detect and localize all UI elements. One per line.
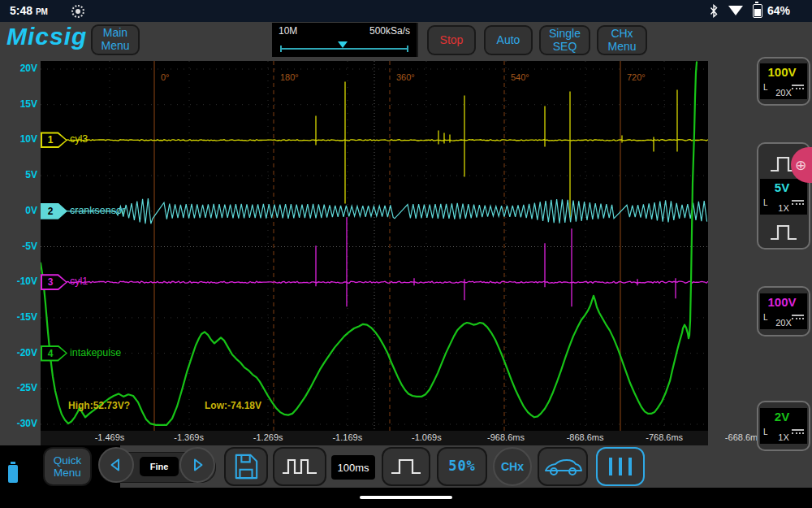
dc-coupling-icon	[792, 85, 804, 89]
measurement-annotation: Low:-74.18V	[205, 400, 261, 411]
timebase-decrease-button[interactable]	[273, 447, 326, 486]
channel-3-name: cyl1	[70, 276, 88, 287]
double-pulse-icon	[279, 454, 320, 479]
degree-label: 540°	[511, 72, 529, 82]
channel-4-name: intakepulse	[70, 347, 121, 358]
main-menu-button[interactable]: Main Menu	[91, 24, 140, 55]
bluetooth-icon	[709, 4, 719, 18]
home-indicator[interactable]	[360, 496, 452, 499]
waveform-canvas[interactable]	[41, 61, 708, 431]
time-tick-label: -968.6ms	[469, 432, 542, 442]
channel-number: 4	[41, 345, 60, 362]
left-arrow-icon	[108, 457, 124, 473]
channel1-panel[interactable]: 100V L 20X	[757, 57, 810, 106]
channel4-panel[interactable]: 2V L 1X	[757, 401, 810, 451]
measurement-annotation: High:52.73V?	[68, 400, 130, 411]
time-tick-label: -1.269s	[231, 432, 304, 442]
stop-button[interactable]: Stop	[427, 25, 476, 55]
time-tick-label: -1.169s	[311, 432, 384, 442]
three-bars-icon	[603, 454, 638, 479]
voltage-tick-label: -25V	[0, 382, 37, 393]
dc-coupling-icon	[792, 200, 804, 205]
single-pulse-icon	[388, 454, 424, 479]
waveform-display[interactable]: 0°180°360°540°720° High:52.73V?Low:-74.1…	[41, 61, 708, 431]
ch1-scale: 100V	[760, 65, 804, 79]
time-tick-label: -1.369s	[153, 432, 226, 442]
fine-mode-indicator: Fine	[140, 457, 179, 476]
dc-coupling-icon	[792, 315, 804, 319]
voltage-tick-label: -30V	[0, 418, 37, 429]
chx-menu-button[interactable]: CHx Menu	[597, 25, 647, 55]
dc-coupling-icon	[792, 429, 804, 434]
android-status-bar: 5:48 PM 64%	[0, 0, 812, 22]
trigger-position-button[interactable]: 50%	[437, 447, 487, 486]
voltage-tick-label: 15V	[0, 98, 37, 110]
time-tick-label: -1.469s	[73, 432, 146, 442]
display-split-button[interactable]	[596, 447, 645, 486]
voltage-tick-label: -5V	[0, 241, 37, 252]
timebase-increase-button[interactable]	[382, 447, 430, 486]
channel-2-name: cranksensor	[70, 205, 125, 216]
ch4-scale: 2V	[760, 410, 804, 423]
degree-label: 720°	[627, 72, 646, 82]
sample-rate-value: 500kSa/s	[369, 25, 410, 37]
channel-number: 2	[41, 203, 60, 219]
time-tick-label: -868.6ms	[549, 432, 622, 442]
voltage-tick-label: 20V	[0, 63, 37, 74]
automotive-mode-button[interactable]	[538, 447, 588, 486]
voltage-tick-label: -20V	[0, 347, 37, 358]
voltage-tick-label: 0V	[0, 205, 37, 216]
voltage-tick-label: 10V	[0, 133, 37, 145]
pulse-down-icon[interactable]	[767, 220, 800, 243]
decrement-button[interactable]	[98, 447, 134, 483]
slider-track[interactable]	[280, 48, 408, 50]
car-icon	[542, 455, 584, 478]
voltage-tick-label: -15V	[0, 311, 37, 323]
increment-button[interactable]	[179, 447, 215, 483]
scope-battery-icon	[8, 465, 18, 483]
channel3-panel[interactable]: 100V L 20X	[757, 286, 810, 336]
oscilloscope-app: 5:48 PM 64% Micsig Main Menu 10M 500kSa/…	[0, 0, 812, 508]
channel-1-name: cyl3	[70, 133, 88, 145]
memory-depth-slider[interactable]: 10M 500kSa/s	[272, 23, 418, 57]
auto-button[interactable]: Auto	[484, 25, 533, 55]
time-tick-label: -768.6ms	[628, 432, 701, 442]
slider-thumb[interactable]	[338, 41, 348, 48]
channel-number: 1	[41, 132, 60, 148]
time-tick-label: -1.069s	[390, 432, 463, 442]
wifi-icon	[728, 6, 743, 15]
memory-depth-value: 10M	[279, 25, 297, 37]
ch2-scale: 5V	[760, 180, 804, 194]
voltage-tick-label: 5V	[0, 169, 37, 180]
time-axis: -1.469s-1.369s-1.269s-1.169s-1.069s-968.…	[41, 431, 708, 445]
degree-label: 360°	[396, 72, 415, 82]
chx-button[interactable]: CHx	[493, 447, 532, 486]
screen-record-icon	[71, 5, 84, 18]
right-arrow-icon	[189, 457, 205, 473]
micsig-logo: Micsig	[6, 23, 87, 50]
degree-label: 180°	[280, 72, 299, 82]
battery-percent: 64%	[767, 4, 790, 17]
timebase-value: 100ms	[331, 455, 375, 480]
voltage-tick-label: -10V	[0, 276, 37, 287]
degree-label: 0°	[161, 72, 170, 82]
quick-menu-button[interactable]: Quick Menu	[43, 447, 92, 486]
channel-number: 3	[41, 274, 60, 290]
save-icon	[233, 453, 259, 480]
save-button[interactable]	[224, 447, 268, 486]
ch3-scale: 100V	[760, 295, 804, 309]
clock: 5:48 PM	[10, 4, 48, 17]
battery-icon	[753, 4, 762, 18]
single-seq-button[interactable]: Single SEQ	[539, 25, 590, 55]
